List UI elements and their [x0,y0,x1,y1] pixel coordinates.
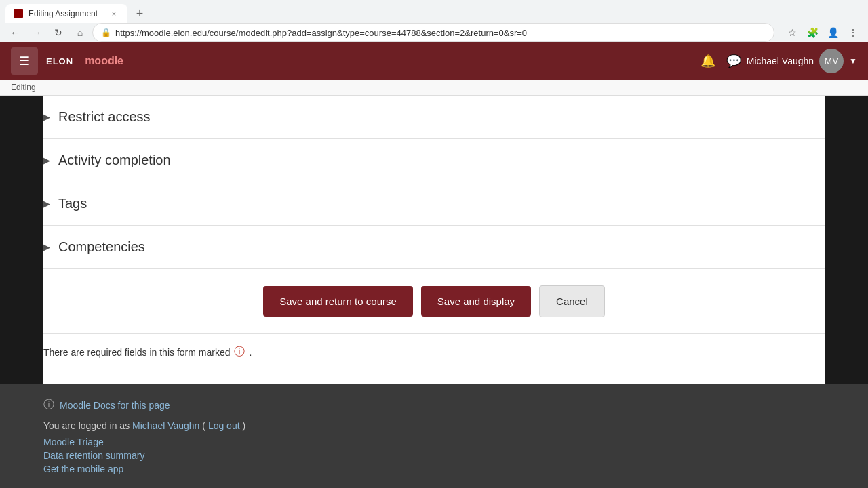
browser-tabs: Editing Assignment × + [0,0,868,23]
browser-actions: ☆ 🧩 👤 ⋮ [783,23,863,42]
extensions-button[interactable]: 🧩 [803,23,822,42]
required-note-after: . [249,347,252,358]
restrict-access-title: Restrict access [58,109,151,125]
restrict-access-section[interactable]: ▶ Restrict access [43,96,825,139]
page-wrapper: ☰ ELON moodle 🔔 💬 Michael Vaughn MV ▼ Ed… [0,42,868,488]
moodle-triage-link[interactable]: Moodle Triage [43,436,825,447]
moodle-docs-link[interactable]: Moodle Docs for this page [60,400,170,411]
competencies-title: Competencies [58,239,145,255]
logo-area: ELON moodle [46,53,692,69]
tab-favicon [14,9,23,18]
info-icon: ⓘ [43,398,54,412]
new-tab-button[interactable]: + [130,4,149,23]
save-return-button[interactable]: Save and return to course [263,286,413,317]
form-buttons: Save and return to course Save and displ… [43,269,825,334]
save-display-button[interactable]: Save and display [421,286,531,317]
topbar-actions: 🔔 💬 Michael Vaughn MV ▼ [701,49,857,73]
logged-in-text: You are logged in as [43,420,130,431]
user-avatar: MV [819,49,844,73]
address-bar[interactable]: 🔒 https://moodle.elon.edu/course/modedit… [92,23,774,42]
activity-completion-section[interactable]: ▶ Activity completion [43,139,825,182]
required-icon: ⓘ [234,345,245,359]
footer: ⓘ Moodle Docs for this page You are logg… [0,384,868,488]
user-menu-chevron: ▼ [849,56,857,66]
elon-logo: ELON [46,56,73,66]
editing-bar: Editing [0,80,868,96]
user-menu[interactable]: 💬 Michael Vaughn MV ▼ [726,49,857,73]
tab-close-button[interactable]: × [108,8,119,19]
activity-completion-chevron: ▶ [43,155,50,165]
back-button[interactable]: ← [5,23,24,42]
url-text: https://moodle.elon.edu/course/modedit.p… [115,28,766,38]
competencies-section[interactable]: ▶ Competencies [43,226,825,269]
lock-icon: 🔒 [101,28,111,37]
footer-docs-row: ⓘ Moodle Docs for this page [43,398,825,412]
user-profile-link[interactable]: Michael Vaughn [132,420,199,431]
required-fields-note: There are required fields in this form m… [43,334,825,365]
browser-nav: ← → ↻ ⌂ 🔒 https://moodle.elon.edu/course… [0,23,868,42]
required-note-before: There are required fields in this form m… [43,347,230,358]
notification-icon[interactable]: 🔔 [701,54,715,68]
main-content: ▶ Restrict access ▶ Activity completion … [43,96,825,384]
tab-title: Editing Assignment [28,9,103,18]
editing-label: Editing [11,83,36,92]
data-retention-link[interactable]: Data retention summary [43,450,825,461]
bookmark-button[interactable]: ☆ [783,23,802,42]
menu-button[interactable]: ⋮ [844,23,863,42]
tags-chevron: ▶ [43,199,50,209]
competencies-chevron: ▶ [43,242,50,252]
hamburger-menu-button[interactable]: ☰ [11,47,38,75]
profile-button[interactable]: 👤 [823,23,842,42]
message-icon: 💬 [726,54,741,68]
mobile-app-link[interactable]: Get the mobile app [43,464,825,474]
footer-links: Moodle Triage Data retention summary Get… [43,436,825,474]
cancel-button[interactable]: Cancel [539,285,605,317]
moodle-logo: moodle [85,55,123,67]
home-button[interactable]: ⌂ [71,23,90,42]
user-name: Michael Vaughn [747,56,814,66]
browser-chrome: Editing Assignment × + ← → ↻ ⌂ 🔒 https:/… [0,0,868,42]
restrict-access-chevron: ▶ [43,112,50,122]
tags-title: Tags [58,196,87,211]
activity-completion-title: Activity completion [58,152,171,168]
refresh-button[interactable]: ↻ [49,23,68,42]
forward-button[interactable]: → [27,23,46,42]
logo-divider [79,53,79,69]
topbar: ☰ ELON moodle 🔔 💬 Michael Vaughn MV ▼ [0,42,868,80]
tags-section[interactable]: ▶ Tags [43,182,825,226]
active-tab[interactable]: Editing Assignment × [5,4,127,23]
logout-link[interactable]: Log out [208,420,240,431]
hamburger-icon: ☰ [19,54,30,68]
footer-login-info: You are logged in as Michael Vaughn ( Lo… [43,420,825,431]
